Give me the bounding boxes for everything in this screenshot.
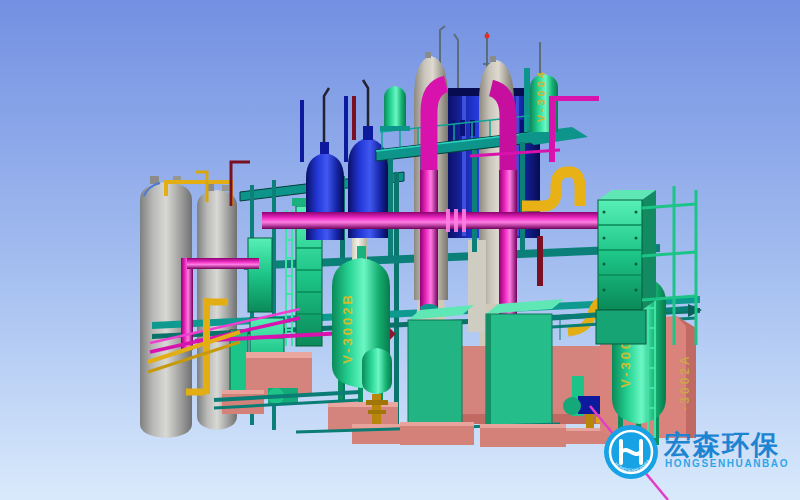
top-vessel-label: V-3004 [535,69,547,122]
logo-english-text: HONGSENHUANBAO [665,458,789,469]
right-foundation-label: -3002A [678,353,692,410]
plant-scene-canvas: V-3004 [0,0,800,500]
vessel-v3002b: V-3002B [332,246,390,426]
plant-3d-render: V-3004 [0,0,800,500]
left-vessel-label: V-3002B [340,292,355,364]
foundation-front-pads [400,422,566,447]
silver-column-between-towers [468,240,486,332]
teal-riser-column [524,68,530,140]
vent-marker [485,34,490,39]
logo-chinese-text: 宏森环保 [663,430,780,460]
